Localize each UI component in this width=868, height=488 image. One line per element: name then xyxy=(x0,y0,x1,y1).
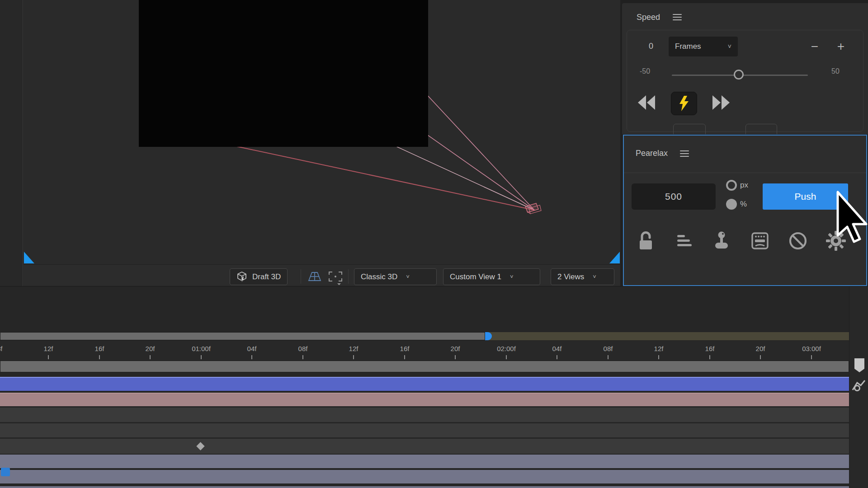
oven-icon[interactable] xyxy=(750,230,770,251)
slider-max-label: 50 xyxy=(831,67,840,75)
radio-percent[interactable]: % xyxy=(726,199,747,210)
speed-panel-title: Speed xyxy=(637,13,660,22)
renderer-label: Classic 3D xyxy=(361,272,397,282)
layer-bar-pink[interactable] xyxy=(0,393,849,406)
after-effects-window: Draft 3D Classic 3D ˅ Custom View 1 ˅ xyxy=(0,0,868,488)
push-button-label: Push xyxy=(795,191,816,202)
amount-input[interactable]: 500 xyxy=(632,183,716,210)
view-layout-label: 2 Views xyxy=(557,272,584,282)
radio-percent-label: % xyxy=(740,200,747,209)
draft-3d-button[interactable]: Draft 3D xyxy=(230,268,288,285)
chevron-down-icon: ˅ xyxy=(510,273,514,280)
radio-px[interactable]: px xyxy=(726,180,748,191)
draft-3d-label: Draft 3D xyxy=(252,272,281,282)
lightning-button[interactable] xyxy=(671,92,697,115)
radio-px-circle-icon[interactable] xyxy=(726,180,737,191)
lightning-icon xyxy=(678,96,690,111)
view-corner-handle-right[interactable] xyxy=(609,251,620,264)
track-row-slate[interactable] xyxy=(0,470,849,483)
clipped-button[interactable] xyxy=(745,124,777,134)
timeline-right-rail xyxy=(849,286,868,488)
align-left-icon[interactable] xyxy=(674,230,694,251)
speed-controls-group: 0 Frames ˅ − + -50 50 xyxy=(627,30,863,132)
radio-percent-circle-icon[interactable] xyxy=(726,199,737,210)
view-label: Custom View 1 xyxy=(450,272,501,282)
panel-divider xyxy=(624,173,866,173)
pearlax-panel-menu-icon[interactable] xyxy=(680,150,689,157)
toolbar-separator xyxy=(301,269,301,284)
block-icon[interactable] xyxy=(788,230,808,251)
viewport-toolbar: Draft 3D Classic 3D ˅ Custom View 1 ˅ xyxy=(24,264,620,286)
camera-widget[interactable] xyxy=(525,203,541,214)
pearlax-panel: Pearelax 500 px % Push xyxy=(623,135,867,286)
region-of-interest-icon[interactable] xyxy=(328,271,344,285)
chevron-down-icon: ˅ xyxy=(728,43,731,50)
view-corner-handle-left[interactable] xyxy=(24,251,35,264)
pearlax-panel-title: Pearelax xyxy=(636,149,668,158)
unlock-icon[interactable] xyxy=(636,230,656,251)
track-row[interactable] xyxy=(0,408,849,422)
speed-panel-menu-icon[interactable] xyxy=(673,14,682,20)
rewind-icon[interactable] xyxy=(638,95,656,110)
comp-marker-icon[interactable] xyxy=(854,358,865,373)
fast-forward-icon[interactable] xyxy=(712,95,731,110)
speed-panel: Speed 0 Frames ˅ − + -50 50 xyxy=(622,3,868,134)
track-row[interactable] xyxy=(0,423,849,437)
timeline-panel: 08f12f16f20f01:00f04f08f12f16f20f02:00f0… xyxy=(0,286,868,488)
layer-track-area xyxy=(0,286,849,488)
track-row[interactable] xyxy=(0,439,849,454)
joystick-icon[interactable] xyxy=(711,230,732,251)
decrement-button[interactable]: − xyxy=(806,38,824,56)
view-layout-dropdown[interactable]: 2 Views ˅ xyxy=(551,268,614,285)
composition-frame xyxy=(139,0,428,147)
toolbar-separator xyxy=(348,269,349,284)
speed-value[interactable]: 0 xyxy=(649,42,653,51)
transport-controls xyxy=(627,89,864,121)
composition-viewport[interactable] xyxy=(24,0,620,264)
chevron-down-icon: ˅ xyxy=(593,273,596,280)
right-panel-column: Speed 0 Frames ˅ − + -50 50 xyxy=(620,0,868,286)
track-row-slate[interactable] xyxy=(0,455,849,468)
radio-px-label: px xyxy=(740,181,748,190)
renderer-dropdown[interactable]: Classic 3D ˅ xyxy=(354,268,437,285)
speed-slider-knob[interactable] xyxy=(734,70,744,80)
layer-bar-blue[interactable] xyxy=(0,377,849,391)
track-row-slate[interactable] xyxy=(0,486,849,488)
increment-button[interactable]: + xyxy=(832,38,850,56)
slider-min-label: -50 xyxy=(640,67,650,75)
mouse-cursor xyxy=(834,189,868,245)
unit-dropdown[interactable]: Frames ˅ xyxy=(669,37,738,56)
view-dropdown[interactable]: Custom View 1 ˅ xyxy=(443,268,540,285)
chevron-down-icon: ˅ xyxy=(406,273,410,280)
clipped-button[interactable] xyxy=(673,124,706,134)
graph-editor-icon[interactable] xyxy=(851,379,867,392)
left-panel-edge xyxy=(0,0,23,286)
layer-color-chip[interactable] xyxy=(1,468,10,476)
draft-3d-cube-icon xyxy=(236,271,248,283)
ground-plane-grid-icon[interactable] xyxy=(307,272,322,282)
unit-label: Frames xyxy=(675,42,701,51)
